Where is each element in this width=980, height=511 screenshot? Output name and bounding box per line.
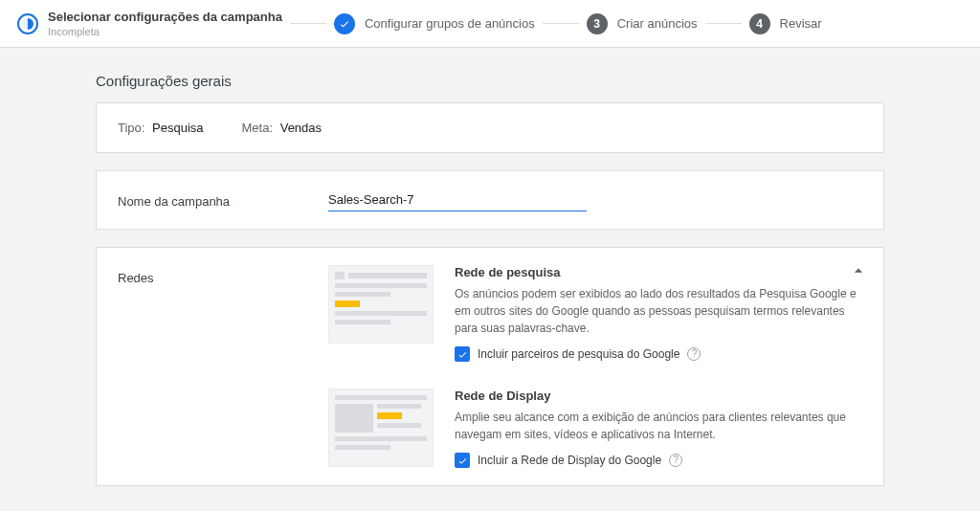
campaign-goal: Meta: Vendas: [242, 121, 323, 135]
search-network-row: Rede de pesquisa Os anúncios podem ser e…: [328, 265, 862, 362]
wizard-stepper: Selecionar configurações da campanha Inc…: [0, 0, 980, 48]
step-4[interactable]: 4 Revisar: [749, 13, 822, 34]
type-value: Pesquisa: [152, 121, 203, 135]
step-1-sub: Incompleta: [48, 26, 282, 37]
step-1[interactable]: Selecionar configurações da campanha Inc…: [17, 10, 282, 37]
step-connector: [290, 23, 326, 24]
chevron-up-icon: [849, 261, 868, 280]
search-network-title: Rede de pesquisa: [455, 265, 862, 279]
goal-label: Meta:: [242, 121, 274, 135]
search-partners-checkbox[interactable]: [455, 346, 470, 362]
help-icon[interactable]: ?: [669, 454, 682, 467]
networks-card: Redes Rede de pesquisa Os anúncios podem…: [96, 247, 884, 486]
step-3-title: Criar anúncios: [617, 16, 698, 31]
step-number-icon: 4: [749, 13, 770, 34]
step-number-icon: 3: [587, 13, 608, 34]
step-connector: [705, 23, 742, 24]
step-3[interactable]: 3 Criar anúncios: [587, 13, 698, 34]
campaign-name-input[interactable]: [328, 189, 587, 211]
collapse-button[interactable]: [849, 261, 868, 283]
main-content: Configurações gerais Tipo: Pesquisa Meta…: [0, 48, 980, 486]
display-network-row: Rede de Display Amplie seu alcance com a…: [328, 389, 862, 468]
summary-card: Tipo: Pesquisa Meta: Vendas: [96, 102, 884, 153]
display-network-thumb: [328, 389, 434, 467]
display-network-desc: Amplie seu alcance com a exibição de anú…: [455, 409, 862, 443]
networks-label: Redes: [118, 265, 261, 285]
goal-value: Vendas: [280, 121, 322, 135]
progress-icon: [17, 13, 38, 34]
search-partners-label: Incluir parceiros de pesquisa do Google: [478, 347, 679, 361]
step-2[interactable]: Configurar grupos de anúncios: [334, 13, 535, 34]
step-1-title: Selecionar configurações da campanha: [48, 10, 282, 24]
display-network-checkbox[interactable]: [455, 453, 470, 468]
page-title: Configurações gerais: [96, 73, 884, 89]
step-4-title: Revisar: [780, 16, 822, 31]
type-label: Tipo:: [118, 121, 145, 135]
display-network-title: Rede de Display: [455, 389, 862, 403]
search-network-desc: Os anúncios podem ser exibidos ao lado d…: [455, 285, 862, 337]
help-icon[interactable]: ?: [687, 347, 701, 361]
step-connector: [543, 23, 579, 24]
check-icon: [334, 13, 355, 34]
search-network-thumb: [328, 265, 434, 344]
campaign-name-card: Nome da campanha: [96, 170, 884, 230]
campaign-name-label: Nome da campanha: [118, 189, 261, 209]
campaign-type: Tipo: Pesquisa: [118, 121, 204, 135]
display-network-label: Incluir a Rede de Display do Google: [478, 454, 661, 467]
step-2-title: Configurar grupos de anúncios: [365, 16, 535, 31]
